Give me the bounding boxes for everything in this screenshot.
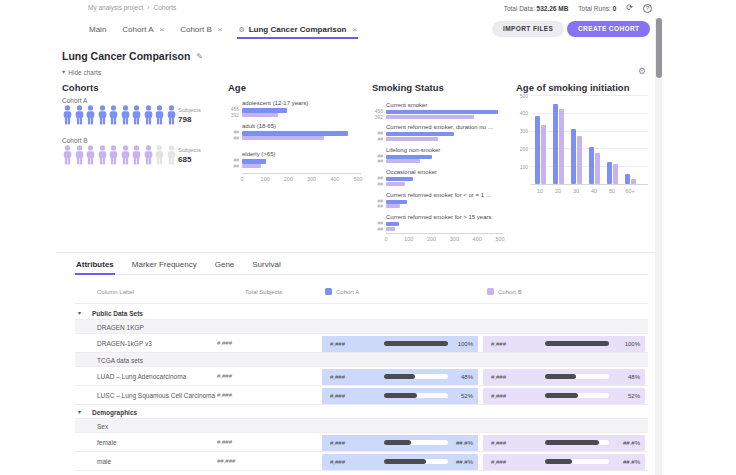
person-icon — [131, 105, 142, 125]
cohort-a-subjects-label: Subjects — [178, 107, 201, 113]
table-row[interactable]: female#,####,#####.#%#,#####.#% — [75, 433, 648, 452]
row-label: DRAGEN-1kGP v3 — [97, 340, 152, 347]
page-title-text: Lung Cancer Comparison — [62, 50, 190, 62]
cohort-a-name: Cohort A — [62, 97, 87, 104]
cohort-b-name: Cohort B — [62, 137, 88, 144]
vertical-scrollbar-thumb[interactable] — [656, 18, 662, 78]
person-icon — [108, 145, 119, 165]
table-group-row: Sex — [75, 419, 648, 433]
breadcrumb-project-link[interactable]: My analysis project — [88, 4, 143, 11]
cohort-b-bar — [242, 136, 324, 141]
cell-bar-fill — [384, 459, 426, 464]
cell-bar-fill — [545, 440, 599, 445]
cohort-a-legend-swatch — [325, 288, 332, 295]
cohort-b-bar — [386, 182, 405, 186]
y-axis-tick: 500 — [516, 93, 528, 99]
bar-group-label: Lifelong non-smoker — [386, 147, 440, 153]
cohort-a-bar — [386, 177, 413, 181]
tab-main[interactable]: Main — [88, 22, 107, 39]
cohort-b-bar — [541, 125, 546, 184]
person-icon — [62, 105, 73, 125]
cohort-a-bar — [553, 104, 558, 184]
vertical-scrollbar-track[interactable] — [655, 18, 662, 475]
table-tab-attributes[interactable]: Attributes — [75, 258, 115, 275]
table-row[interactable]: DRAGEN-1kGP v3#,####,###100%#,###100% — [75, 334, 648, 353]
bar-value-label: ## — [368, 182, 383, 188]
table-group-row: TCGA data sets — [75, 353, 648, 367]
x-axis-tick: 0 — [234, 176, 250, 182]
cohort-a-legend-label: Cohort A — [336, 289, 359, 295]
tab-cohort-b[interactable]: Cohort B× — [179, 22, 223, 39]
person-icon — [120, 105, 131, 125]
cohorts-panel-title: Cohorts — [62, 82, 98, 93]
x-axis-tick: 100 — [257, 176, 273, 182]
cohort-b-bar — [386, 204, 400, 208]
charts-settings-gear-icon[interactable]: ⚙ — [638, 66, 646, 76]
person-icon — [154, 145, 165, 165]
table-tab-survival[interactable]: Survival — [251, 258, 281, 274]
cell-percentage: ##.#% — [433, 435, 473, 451]
x-axis-tick: 200 — [424, 236, 440, 242]
bar-group-values: #### — [226, 158, 239, 169]
cohort-a-bar — [607, 162, 612, 184]
row-label: Demographics — [92, 409, 137, 416]
cell-percentage: 48% — [433, 369, 473, 385]
bar-group-label: Occasional smoker — [386, 169, 437, 175]
tab-cohort-a[interactable]: Cohort A× — [121, 22, 165, 39]
x-axis-line — [386, 233, 503, 234]
table-row[interactable]: LUAD – Lung Adenocarcinoma#,####,###48%#… — [75, 367, 648, 386]
person-icon — [143, 105, 154, 125]
section-divider — [55, 252, 655, 253]
table-tab-bar: AttributesMarker FrequencyGeneSurvival — [75, 258, 648, 275]
cohort-b-cell: #,###52% — [483, 388, 645, 404]
table-tab-marker-frequency[interactable]: Marker Frequency — [131, 258, 198, 274]
cell-percentage: 52% — [600, 388, 640, 404]
cohort-a-bar — [386, 200, 407, 204]
import-files-button[interactable]: IMPORT FILES — [492, 21, 564, 37]
person-icon — [166, 145, 177, 165]
bar-value-label: ## — [226, 164, 239, 170]
cohort-b-subjects-value: 685 — [178, 155, 201, 164]
smoking-initiation-chart: 100200300400500102030405060+ — [516, 80, 654, 200]
cohort-a-subjects-value: 798 — [178, 115, 201, 124]
tab-lung-cancer-comparison[interactable]: ⚙Lung Cancer Comparison× — [237, 22, 358, 39]
row-label: male — [97, 458, 111, 465]
bar-group-values: 456392 — [226, 107, 239, 118]
tab-close-icon[interactable]: × — [352, 25, 357, 34]
create-cohort-button[interactable]: CREATE COHORT — [567, 21, 650, 37]
hide-charts-toggle[interactable]: ▾ Hide charts — [62, 68, 101, 76]
x-axis-tick: 300 — [446, 236, 462, 242]
help-icon[interactable]: ? — [643, 4, 652, 13]
table-section-row[interactable]: ▾Demographics — [75, 405, 648, 419]
x-axis-line — [531, 184, 648, 185]
tab-close-icon[interactable]: × — [218, 25, 223, 34]
cohort-a-bar — [242, 108, 287, 113]
cohort-a-cell: #,###100% — [322, 336, 478, 352]
tab-label: Cohort B — [180, 25, 212, 34]
cell-percentage: 48% — [600, 369, 640, 385]
x-axis-tick: 20 — [550, 188, 566, 194]
bar-group-label: elderly (>65) — [242, 151, 276, 157]
table-section-row[interactable]: ▾Public Data Sets — [75, 306, 648, 320]
x-axis-tick: 60+ — [622, 188, 638, 194]
cell-value: #,### — [330, 369, 345, 385]
table-row[interactable]: LUSC – Lung Squamous Cell Carcinoma#,###… — [75, 386, 648, 405]
tab-close-icon[interactable]: × — [159, 25, 164, 34]
person-icon — [74, 145, 85, 165]
cohort-b-bar — [595, 153, 600, 184]
table-tab-gene[interactable]: Gene — [214, 258, 236, 274]
cohort-a-cell: #,###48% — [322, 369, 478, 385]
cohorts-panel: Cohort A Cohort B — [62, 96, 227, 252]
cell-value: #,### — [330, 435, 345, 451]
person-icon — [108, 105, 119, 125]
person-icon — [131, 145, 142, 165]
cohort-a-bar — [242, 131, 348, 136]
table-row[interactable]: male##,####,#####.#%#,#####.#% — [75, 452, 648, 471]
y-axis-tick: 100 — [516, 164, 528, 170]
refresh-icon[interactable]: ⟳ — [626, 3, 633, 13]
edit-icon[interactable]: ✎ — [196, 52, 203, 61]
y-gridline — [531, 131, 648, 132]
cohort-a-cell: #,#####.#% — [322, 454, 478, 470]
tab-gear-icon: ⚙ — [238, 26, 244, 34]
total-subjects-header: Total Subjects — [245, 289, 282, 295]
